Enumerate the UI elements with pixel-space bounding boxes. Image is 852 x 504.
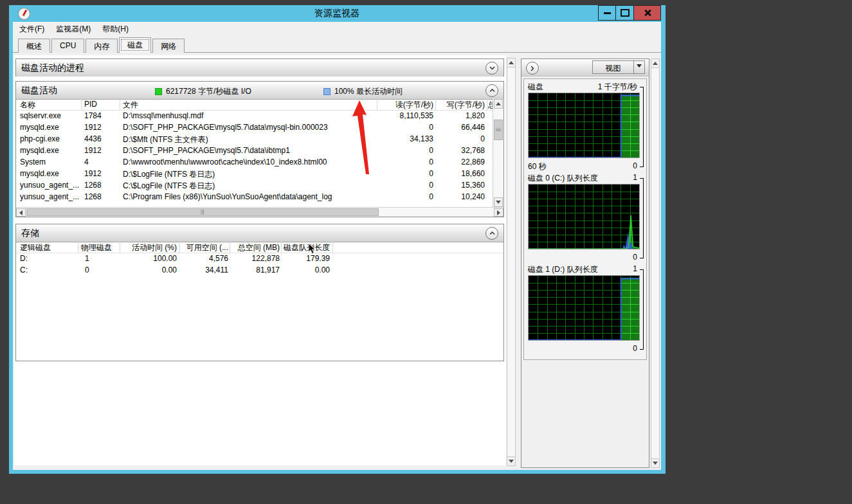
chart-x-label: 60 秒 (528, 161, 547, 172)
storage-row[interactable]: C:00.0034,41181,9170.00 (16, 264, 503, 276)
arrow-up-icon (496, 100, 501, 105)
vscroll-thumb[interactable] (494, 120, 503, 140)
disk-activity-row[interactable]: mysqld.exe1912D:\SOFT_PHP_PACKAGE\mysql5… (16, 145, 503, 156)
cell-name: System (20, 158, 80, 166)
col-read[interactable]: 读(字节/秒) (379, 100, 433, 111)
cell-physical-disk: 1 (85, 254, 117, 263)
storage-row[interactable]: D:1100.004,576122,878179.39 (16, 253, 503, 264)
tab-overview[interactable]: 概述 (18, 39, 50, 53)
close-button[interactable] (634, 5, 661, 21)
disk-processes-title: 磁盘活动的进程 (21, 62, 84, 74)
cell-name: yunsuo_agent_... (20, 181, 80, 190)
menu-help[interactable]: 帮助(H) (102, 24, 129, 35)
grip-icon (201, 210, 204, 215)
charts-panel-header: 视图 (521, 59, 649, 76)
cell-file: D:\wwwroot\menhu\wwwroot\cache\index\10_… (123, 158, 375, 166)
hscroll-thumb[interactable] (26, 208, 379, 216)
chart-scale-label: 1 (633, 173, 637, 184)
main-scrollbar[interactable] (507, 58, 516, 466)
cell-read: 0 (379, 181, 433, 190)
title-bar[interactable]: 资源监视器 (13, 5, 661, 22)
scroll-down-button[interactable] (494, 197, 503, 207)
chart-disk-throughput: 磁盘 1 千字节/秒 60 秒 0 (528, 82, 644, 172)
cell-free-space: 34,411 (182, 266, 228, 274)
menu-file[interactable]: 文件(F) (19, 24, 44, 35)
storage-title: 存储 (21, 228, 39, 239)
menu-monitor[interactable]: 监视器(M) (56, 24, 91, 35)
collapse-disk-activity-button[interactable] (485, 84, 498, 97)
panel-disk-activity: 磁盘活动 6217728 字节/秒磁盘 I/O 100% 最长活动时间 名称 (15, 81, 504, 217)
col-write[interactable]: 写(字节/秒) (437, 100, 485, 111)
maximize-button[interactable] (616, 5, 634, 21)
tab-memory[interactable]: 内存 (86, 39, 118, 53)
disk-activity-column-headers: 名称 PID 文件 读(字节/秒) 写(字节/秒) 总 (16, 99, 503, 111)
tab-cpu[interactable]: CPU (51, 39, 84, 53)
window-controls (598, 5, 661, 21)
cell-read: 0 (379, 169, 433, 178)
disk-activity-row[interactable]: yunsuo_agent_...1268C:\$LogFile (NTFS 卷日… (16, 179, 503, 191)
col-queue-length[interactable]: 磁盘队列长度 (284, 242, 330, 253)
scroll-up-button[interactable] (507, 59, 515, 68)
minimize-icon (604, 12, 611, 14)
chevron-up-icon (489, 89, 495, 93)
cell-file: D:\SOFT_PHP_PACKAGE\mysql5.7\data\mysql-… (123, 123, 375, 132)
disk-activity-row[interactable]: mysqld.exe1912D:\SOFT_PHP_PACKAGE\mysql5… (16, 122, 503, 133)
cell-write: 22,869 (437, 158, 485, 166)
tab-network[interactable]: 网络 (152, 39, 185, 53)
minimize-button[interactable] (598, 5, 616, 21)
tab-disk[interactable]: 磁盘 (119, 37, 151, 53)
col-physical-disk[interactable]: 物理磁盘 (81, 242, 112, 253)
disk-activity-row[interactable]: sqlservr.exe1784D:\mssql\menhusql.mdf8,1… (16, 110, 503, 122)
window-title: 资源监视器 (13, 8, 661, 19)
chart-scale-label: 1 千字节/秒 (598, 82, 637, 93)
col-name[interactable]: 名称 (20, 100, 35, 111)
scroll-down-button[interactable] (651, 458, 659, 467)
collapse-storage-button[interactable] (485, 227, 498, 240)
arrow-left-icon (17, 210, 23, 215)
desktop: { "window": { "title": "资源监视器" }, "menu"… (0, 0, 852, 504)
arrow-right-icon (497, 210, 503, 215)
collapse-charts-button[interactable] (526, 62, 539, 75)
chart-disk0-queue: 磁盘 0 (C:) 队列长度 1 0 (528, 173, 644, 263)
expand-disk-processes-button[interactable] (485, 62, 498, 75)
col-pid[interactable]: PID (84, 100, 97, 109)
disk-activity-row[interactable]: yunsuo_agent_...1268C:\Program Files (x8… (16, 191, 503, 203)
col-total-space[interactable]: 总空间 (MB) (232, 242, 280, 253)
col-active-time[interactable]: 活动时间 (%) (123, 242, 177, 253)
disk-activity-row[interactable]: php-cgi.exe4436D:\$Mft (NTFS 主文件表)34,133… (16, 133, 503, 145)
view-button[interactable]: 视图 (592, 60, 645, 74)
chevron-right-icon (530, 66, 534, 71)
cell-read: 8,110,535 (379, 111, 433, 120)
scroll-up-button[interactable] (494, 99, 503, 109)
disk-table-hscrollbar[interactable] (16, 207, 503, 217)
cell-pid: 1268 (84, 192, 116, 201)
col-free-space[interactable]: 可用空间 (... (182, 242, 228, 253)
disk-activity-row[interactable]: System4D:\wwwroot\menhu\wwwroot\cache\in… (16, 156, 503, 168)
disk-io-legend: 6217728 字节/秒磁盘 I/O (155, 86, 251, 97)
disk-activity-row[interactable]: mysqld.exe1912D:\$LogFile (NTFS 卷日志)018,… (16, 168, 503, 179)
chart-y-min-label: 0 (633, 344, 637, 354)
cell-read: 34,133 (379, 134, 433, 143)
scroll-down-button[interactable] (507, 456, 515, 465)
disk-activity-title: 磁盘活动 (21, 85, 57, 96)
active-time-legend-swatch (323, 88, 331, 95)
scroll-up-button[interactable] (651, 59, 659, 68)
arrow-up-icon (509, 59, 514, 64)
right-scrollbar[interactable] (651, 59, 660, 468)
disk-io-legend-label: 6217728 字节/秒磁盘 I/O (166, 86, 251, 97)
cell-file: D:\$LogFile (NTFS 卷日志) (123, 169, 375, 180)
view-dropdown-arrow[interactable] (633, 61, 644, 73)
col-file[interactable]: 文件 (123, 100, 138, 111)
scroll-left-button[interactable] (16, 208, 26, 217)
col-logical-disk[interactable]: 逻辑磁盘 (20, 242, 51, 253)
chart-y-min-label: 0 (633, 161, 637, 172)
storage-header-bar: 存储 (16, 224, 503, 242)
maximize-icon (621, 9, 630, 17)
disk-table-vscrollbar[interactable] (493, 99, 503, 207)
chart-title: 磁盘 0 (C:) 队列长度 (528, 173, 598, 184)
tab-bar: 概述 CPU 内存 磁盘 网络 (13, 37, 661, 53)
scroll-right-button[interactable] (494, 208, 503, 217)
cell-free-space: 4,576 (182, 254, 228, 263)
cell-logical-disk: C: (20, 266, 78, 274)
cell-read: 0 (379, 146, 433, 155)
